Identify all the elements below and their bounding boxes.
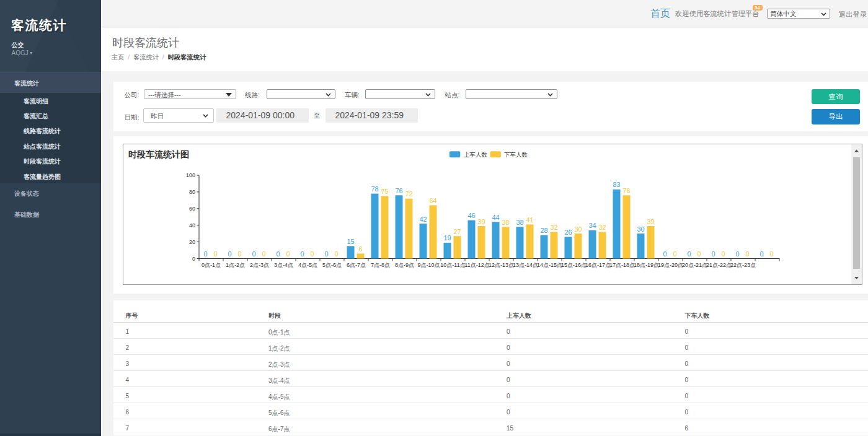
svg-text:14点-15点: 14点-15点: [536, 262, 562, 268]
svg-text:0: 0: [735, 250, 739, 258]
svg-text:0: 0: [324, 250, 328, 258]
svg-text:0: 0: [192, 256, 195, 262]
svg-text:83: 83: [613, 181, 620, 188]
svg-text:41: 41: [526, 216, 533, 224]
svg-text:75: 75: [381, 188, 388, 195]
svg-text:0: 0: [300, 250, 304, 258]
svg-text:上车人数: 上车人数: [464, 151, 488, 158]
svg-text:0: 0: [286, 250, 290, 258]
svg-text:78: 78: [371, 185, 378, 193]
svg-text:0: 0: [252, 250, 255, 258]
svg-text:5点-6点: 5点-6点: [322, 262, 341, 268]
svg-text:44: 44: [492, 214, 499, 221]
svg-text:0: 0: [697, 250, 701, 258]
svg-text:21点-22点: 21点-22点: [706, 262, 731, 268]
svg-text:76: 76: [622, 187, 630, 194]
svg-text:27: 27: [453, 228, 461, 235]
svg-text:26: 26: [564, 229, 572, 236]
svg-text:32: 32: [550, 224, 557, 231]
svg-text:0: 0: [663, 250, 666, 258]
svg-text:19: 19: [443, 234, 451, 242]
svg-text:76: 76: [395, 187, 402, 194]
svg-text:0: 0: [334, 250, 338, 258]
svg-text:2点-3点: 2点-3点: [249, 262, 268, 268]
svg-text:8点-9点: 8点-9点: [394, 262, 414, 268]
svg-text:0: 0: [760, 250, 763, 258]
svg-text:60: 60: [188, 206, 195, 212]
svg-text:39: 39: [647, 218, 654, 225]
svg-text:16点-17点: 16点-17点: [585, 262, 610, 268]
svg-text:3点-4点: 3点-4点: [273, 262, 293, 268]
svg-text:28: 28: [540, 227, 547, 234]
svg-text:0: 0: [673, 250, 676, 258]
svg-text:20: 20: [188, 239, 195, 245]
svg-text:0: 0: [276, 250, 280, 258]
svg-text:0: 0: [203, 250, 207, 258]
svg-text:15: 15: [347, 238, 354, 245]
svg-text:34: 34: [588, 222, 596, 229]
svg-text:0: 0: [711, 250, 715, 258]
svg-text:100: 100: [185, 172, 195, 178]
svg-text:30: 30: [637, 225, 644, 233]
svg-text:72: 72: [405, 190, 412, 198]
svg-text:32: 32: [598, 224, 606, 231]
svg-text:80: 80: [188, 189, 195, 195]
svg-text:18点-19点: 18点-19点: [633, 262, 658, 268]
svg-text:39: 39: [477, 218, 485, 225]
svg-text:0: 0: [687, 250, 691, 258]
svg-text:10点-11点: 10点-11点: [440, 262, 465, 268]
svg-text:6: 6: [358, 245, 362, 253]
svg-text:13点-14点: 13点-14点: [512, 262, 538, 268]
svg-text:38: 38: [516, 219, 523, 226]
svg-text:17点-18点: 17点-18点: [609, 262, 634, 268]
svg-text:0: 0: [745, 250, 749, 258]
svg-text:4点-5点: 4点-5点: [298, 262, 317, 268]
svg-text:40: 40: [188, 222, 195, 229]
svg-text:0: 0: [228, 250, 231, 258]
svg-text:19点-20点: 19点-20点: [657, 262, 683, 268]
svg-text:下车人数: 下车人数: [504, 151, 528, 158]
svg-text:0: 0: [310, 250, 314, 258]
svg-text:0: 0: [769, 250, 773, 258]
svg-text:0: 0: [262, 250, 265, 258]
svg-text:46: 46: [467, 212, 475, 219]
svg-text:时段车流统计图: 时段车流统计图: [128, 149, 189, 159]
svg-text:9点-10点: 9点-10点: [417, 262, 440, 268]
svg-text:20点-21点: 20点-21点: [681, 262, 707, 268]
svg-text:0点-1点: 0点-1点: [201, 262, 220, 268]
svg-text:30: 30: [574, 225, 582, 233]
svg-text:38: 38: [502, 219, 509, 226]
svg-text:0: 0: [213, 250, 217, 258]
svg-text:0: 0: [721, 250, 725, 258]
svg-text:0: 0: [237, 250, 241, 258]
svg-text:64: 64: [429, 197, 436, 204]
svg-text:22点-23点: 22点-23点: [730, 262, 755, 268]
svg-text:12点-13点: 12点-13点: [488, 262, 513, 268]
svg-text:7点-8点: 7点-8点: [370, 262, 389, 268]
svg-text:6点-7点: 6点-7点: [346, 262, 365, 268]
svg-text:11点-12点: 11点-12点: [464, 262, 489, 268]
svg-text:15点-16点: 15点-16点: [560, 262, 586, 268]
svg-text:1点-2点: 1点-2点: [225, 262, 244, 268]
svg-text:42: 42: [419, 216, 427, 223]
